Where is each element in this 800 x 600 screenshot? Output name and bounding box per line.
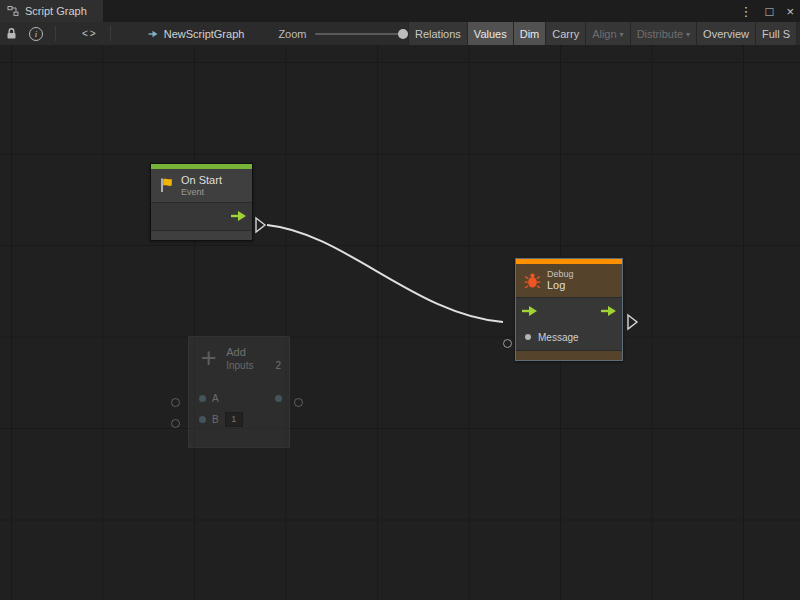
align-button[interactable]: Align ▾: [585, 22, 629, 45]
tab-script-graph[interactable]: Script Graph: [0, 0, 103, 22]
debug-category: Debug: [547, 269, 574, 279]
fullscreen-button[interactable]: Full S: [755, 22, 797, 45]
info-icon: i: [29, 27, 43, 41]
debug-trigger-row: [516, 298, 622, 325]
plus-icon: +: [197, 345, 220, 371]
window-close-icon[interactable]: ×: [786, 4, 794, 19]
add-inputs-value[interactable]: 2: [275, 359, 281, 373]
connection-layer: [0, 45, 800, 600]
info-button[interactable]: i: [23, 22, 49, 45]
unconnected-port-circle: [171, 398, 180, 407]
on-start-header[interactable]: On Start Event: [151, 169, 252, 202]
port-a-dot[interactable]: [199, 395, 206, 402]
values-button[interactable]: Values: [467, 22, 513, 45]
flag-icon: [159, 177, 175, 193]
green-arrow-icon: [231, 211, 246, 221]
distribute-label: Distribute: [637, 28, 683, 40]
green-arrow-icon: [601, 306, 616, 316]
info-glyph: i: [35, 29, 38, 39]
relations-button[interactable]: Relations: [408, 22, 467, 45]
debug-title: Log: [547, 279, 574, 292]
debug-body: Message: [516, 297, 622, 350]
lock-button[interactable]: [0, 22, 23, 45]
bug-icon: [524, 272, 541, 289]
message-port-label: Message: [538, 332, 579, 343]
node-add-ghost[interactable]: + Add Inputs 2 A B 1: [188, 336, 290, 448]
port-b-value-field[interactable]: 1: [225, 412, 243, 427]
distribute-button[interactable]: Distribute ▾: [630, 22, 696, 45]
node-on-start[interactable]: On Start Event: [150, 163, 253, 241]
toolbar-separator: [110, 26, 111, 41]
on-start-trigger-row: [151, 203, 252, 230]
graph-asset-name: NewScriptGraph: [164, 28, 245, 40]
port-b-dot[interactable]: [199, 416, 206, 423]
script-graph-tab-icon: [7, 5, 19, 17]
on-start-subtitle: Event: [181, 187, 222, 197]
window-controls: ⋮ □ ×: [740, 0, 794, 22]
trigger-input-port[interactable]: [522, 306, 537, 316]
carry-label: Carry: [552, 28, 579, 40]
port-a-label: A: [212, 393, 219, 404]
graph-asset-icon: [147, 28, 159, 40]
overview-button[interactable]: Overview: [696, 22, 755, 45]
zoom-label: Zoom: [278, 28, 306, 40]
tab-title: Script Graph: [25, 5, 87, 17]
on-start-title: On Start: [181, 174, 222, 187]
trigger-output-port[interactable]: [231, 211, 246, 221]
on-start-body: [151, 202, 252, 230]
toolbar-button-group: Relations Values Dim Carry Align ▾ Distr…: [408, 22, 797, 45]
graph-toolbar: i <> NewScriptGraph Zoom 1x Relations Va…: [0, 22, 800, 46]
green-arrow-icon: [522, 306, 537, 316]
flow-triangle-icon: [256, 218, 265, 232]
unconnected-port-circle: [503, 339, 512, 348]
flow-triangle-icon: [628, 315, 637, 329]
zoom-slider[interactable]: [315, 33, 409, 35]
edit-source-button[interactable]: <>: [76, 22, 104, 45]
add-header: + Add Inputs 2: [189, 337, 289, 373]
unity-script-graph-window: { "titlebar": { "tab_title": "Script Gra…: [0, 0, 800, 600]
align-label: Align: [592, 28, 616, 40]
message-port-dot[interactable]: [525, 334, 531, 340]
values-label: Values: [474, 28, 507, 40]
unconnected-port-circle: [294, 398, 303, 407]
debug-footer: [516, 350, 622, 360]
window-layout-icon[interactable]: □: [766, 4, 774, 19]
graph-canvas[interactable]: On Start Event: [0, 45, 800, 600]
window-titlebar: Script Graph ⋮ □ ×: [0, 0, 800, 22]
zoom-slider-handle[interactable]: [398, 29, 408, 39]
debug-header[interactable]: Debug Log: [516, 264, 622, 297]
window-menu-icon[interactable]: ⋮: [740, 4, 753, 19]
connection-wire[interactable]: [267, 225, 503, 322]
unconnected-port-circle: [171, 419, 180, 428]
add-inputs-row: Inputs 2: [226, 359, 281, 373]
port-b-label: B: [212, 414, 219, 425]
chevron-down-icon: ▾: [686, 30, 690, 39]
add-inputs-label: Inputs: [226, 359, 253, 373]
code-icon: <>: [82, 28, 98, 39]
add-spacer: [189, 373, 289, 388]
toolbar-separator: [55, 26, 56, 41]
node-debug-log[interactable]: Debug Log: [515, 258, 623, 361]
on-start-footer: [151, 230, 252, 240]
lock-icon: [6, 27, 17, 40]
add-port-a-row[interactable]: A: [189, 388, 289, 409]
debug-message-row[interactable]: Message: [516, 325, 622, 350]
sum-output-dot[interactable]: [275, 395, 282, 402]
carry-button[interactable]: Carry: [545, 22, 585, 45]
relations-label: Relations: [415, 28, 461, 40]
trigger-output-port[interactable]: [601, 306, 616, 316]
dim-button[interactable]: Dim: [513, 22, 546, 45]
graph-asset-selector[interactable]: NewScriptGraph: [141, 28, 251, 40]
chevron-down-icon: ▾: [620, 30, 624, 39]
overview-label: Overview: [703, 28, 749, 40]
add-title: Add: [226, 345, 281, 359]
add-port-b-row[interactable]: B 1: [189, 409, 289, 430]
fullscreen-label: Full S: [762, 28, 790, 40]
dim-label: Dim: [520, 28, 540, 40]
